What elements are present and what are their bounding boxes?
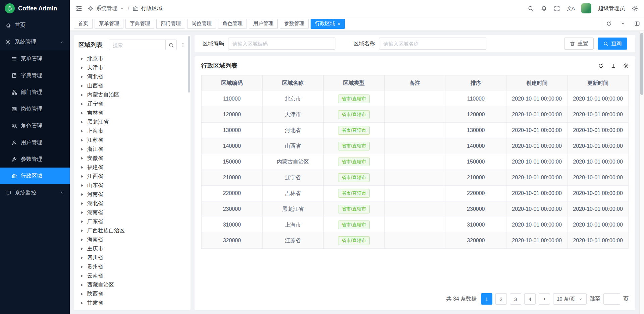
tab-close-icon[interactable]: ×: [337, 21, 340, 26]
sidebar-item-region[interactable]: 行政区域: [0, 168, 70, 184]
tree-item[interactable]: 湖南省: [78, 208, 186, 217]
caret-right-icon[interactable]: [80, 138, 84, 142]
tree-item[interactable]: 西藏自治区: [78, 280, 186, 290]
layout-toggle-button[interactable]: [630, 17, 644, 30]
table-density-button[interactable]: [610, 63, 616, 69]
caret-right-icon[interactable]: [80, 66, 84, 70]
sidebar-item-post-mgmt[interactable]: 岗位管理: [0, 101, 70, 117]
caret-right-icon[interactable]: [80, 84, 84, 88]
sidebar-item-dict-mgmt[interactable]: 字典管理: [0, 67, 70, 84]
next-page-button[interactable]: ›: [539, 293, 550, 305]
caret-right-icon[interactable]: [80, 183, 84, 188]
sidebar-item-user-mgmt[interactable]: 用户管理: [0, 134, 70, 151]
sidebar-item-role-mgmt[interactable]: 角色管理: [0, 117, 70, 134]
tree-item[interactable]: 重庆市: [78, 244, 186, 253]
tree-item[interactable]: 江苏省: [78, 136, 186, 145]
page-button[interactable]: 3: [510, 293, 521, 305]
tree-item[interactable]: 安徽省: [78, 154, 186, 163]
tree-item[interactable]: 江西省: [78, 172, 186, 181]
search-button[interactable]: [528, 5, 534, 12]
page-button[interactable]: 1: [481, 293, 492, 305]
caret-right-icon[interactable]: [80, 147, 84, 151]
sidebar-item-param-mgmt[interactable]: 参数管理: [0, 151, 70, 168]
avatar[interactable]: [581, 3, 591, 13]
caret-right-icon[interactable]: [80, 75, 84, 79]
sidebar-group-system[interactable]: 系统管理: [0, 34, 70, 50]
tree-item[interactable]: 福建省: [78, 163, 186, 172]
caret-right-icon[interactable]: [80, 210, 84, 215]
tab[interactable]: 字典管理 ×: [125, 19, 154, 29]
tree-item[interactable]: 甘肃省: [78, 299, 186, 305]
app-logo[interactable]: Coffee Admin: [0, 0, 70, 17]
caret-right-icon[interactable]: [80, 102, 84, 106]
tree-search-button[interactable]: [165, 40, 177, 50]
window-scrollbar[interactable]: [639, 31, 644, 314]
caret-right-icon[interactable]: [80, 111, 84, 115]
fullscreen-button[interactable]: [554, 5, 560, 12]
tree-item[interactable]: 吉林省: [78, 109, 186, 118]
page-button[interactable]: 4: [524, 293, 536, 305]
caret-right-icon[interactable]: [80, 156, 84, 161]
region-code-input[interactable]: [228, 38, 335, 50]
tree-item[interactable]: 山西省: [78, 81, 186, 90]
tree-item[interactable]: 天津市: [78, 63, 186, 72]
caret-right-icon[interactable]: [80, 265, 84, 269]
sidebar-item-home[interactable]: 首页: [0, 17, 70, 34]
tab[interactable]: 岗位管理 ×: [187, 19, 216, 29]
tree-item[interactable]: 广西壮族自治区: [78, 226, 186, 235]
caret-right-icon[interactable]: [80, 174, 84, 179]
tree-item[interactable]: 广东省: [78, 217, 186, 226]
tab[interactable]: 用户管理 ×: [249, 19, 278, 29]
caret-right-icon[interactable]: [80, 93, 84, 97]
caret-right-icon[interactable]: [80, 283, 84, 287]
notifications-button[interactable]: [541, 5, 547, 12]
page-button[interactable]: 2: [495, 293, 507, 305]
tree-more-button[interactable]: [180, 42, 186, 48]
breadcrumb-item-system[interactable]: 系统管理: [96, 5, 117, 12]
caret-right-icon[interactable]: [80, 229, 84, 233]
tab[interactable]: 首页 ×: [74, 19, 93, 29]
caret-right-icon[interactable]: [80, 292, 84, 296]
reset-button[interactable]: 重置: [564, 38, 594, 50]
tree-item[interactable]: 上海市: [78, 127, 186, 136]
tree-item[interactable]: 海南省: [78, 235, 186, 244]
caret-right-icon[interactable]: [80, 238, 84, 242]
tab[interactable]: 参数管理 ×: [280, 19, 309, 29]
tree-search-input[interactable]: [109, 40, 165, 50]
caret-right-icon[interactable]: [80, 301, 84, 305]
page-size-select[interactable]: 10 条/页: [553, 293, 587, 305]
tabs-menu-button[interactable]: [616, 17, 630, 30]
tree-item[interactable]: 贵州省: [78, 262, 186, 271]
tree-item[interactable]: 河北省: [78, 72, 186, 81]
jump-page-input[interactable]: [603, 293, 620, 305]
caret-right-icon[interactable]: [80, 219, 84, 224]
caret-right-icon[interactable]: [80, 57, 84, 61]
caret-right-icon[interactable]: [80, 192, 84, 197]
region-name-input[interactable]: [379, 38, 486, 50]
tree-item[interactable]: 辽宁省: [78, 100, 186, 109]
tree-item[interactable]: 山东省: [78, 181, 186, 190]
caret-right-icon[interactable]: [80, 274, 84, 278]
sidebar-group-monitor[interactable]: 系统监控: [0, 184, 70, 201]
settings-button[interactable]: [632, 5, 638, 12]
tree-item[interactable]: 黑龙江省: [78, 118, 186, 127]
language-switch-button[interactable]: 文A: [567, 5, 575, 12]
sidebar-item-menu-mgmt[interactable]: 菜单管理: [0, 50, 70, 67]
tree-item[interactable]: 陕西省: [78, 290, 186, 299]
caret-right-icon[interactable]: [80, 201, 84, 206]
sidebar-item-dept-mgmt[interactable]: 部门管理: [0, 84, 70, 101]
caret-right-icon[interactable]: [80, 129, 84, 133]
tree-item[interactable]: 四川省: [78, 253, 186, 262]
sidebar-toggle-button[interactable]: [76, 5, 82, 12]
tree-item[interactable]: 云南省: [78, 271, 186, 280]
tree-scrollbar-thumb[interactable]: [188, 36, 190, 92]
tree-item[interactable]: 浙江省: [78, 145, 186, 154]
scrollbar-thumb[interactable]: [640, 33, 643, 95]
tree-item[interactable]: 北京市: [78, 54, 186, 63]
tab[interactable]: 行政区域 ×: [311, 19, 345, 29]
tab[interactable]: 部门管理 ×: [156, 19, 185, 29]
tab[interactable]: 角色管理 ×: [218, 19, 247, 29]
caret-right-icon[interactable]: [80, 247, 84, 251]
caret-right-icon[interactable]: [80, 120, 84, 124]
caret-right-icon[interactable]: [80, 256, 84, 260]
